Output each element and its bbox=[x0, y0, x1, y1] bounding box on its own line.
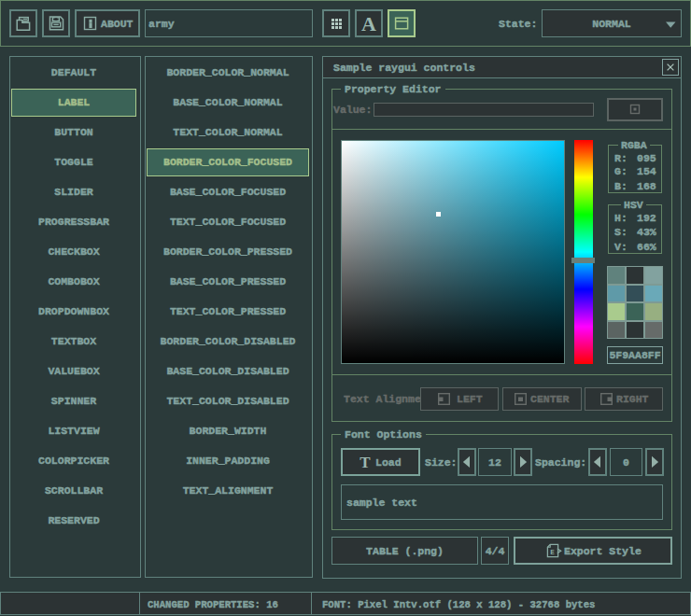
svg-text:E: E bbox=[550, 549, 555, 556]
